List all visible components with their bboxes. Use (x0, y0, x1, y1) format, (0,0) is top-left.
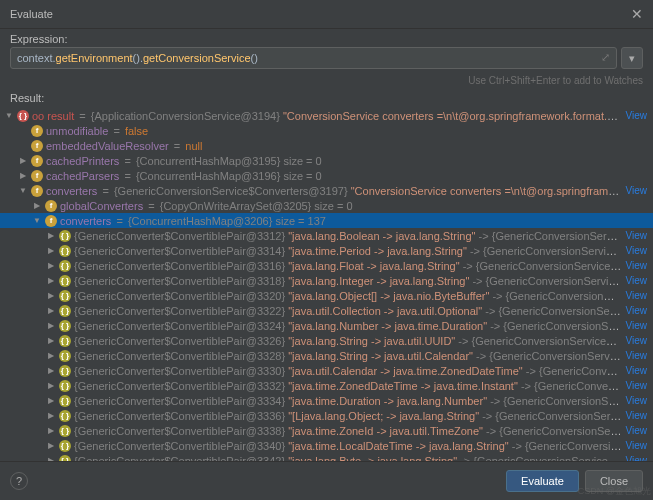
node-icon: { } (59, 350, 71, 362)
expression-label: Expression: (0, 29, 653, 47)
tree-row[interactable]: { }{GenericConverter$ConvertiblePair@331… (0, 228, 653, 243)
view-link[interactable]: View (626, 230, 648, 241)
evaluate-button[interactable]: Evaluate (506, 470, 579, 492)
view-link[interactable]: View (626, 320, 648, 331)
view-link[interactable]: View (626, 305, 648, 316)
tree-row[interactable]: { }{GenericConverter$ConvertiblePair@331… (0, 258, 653, 273)
view-link[interactable]: View (626, 185, 648, 196)
result-tree[interactable]: { }oo result = {ApplicationConversionSer… (0, 106, 653, 461)
expand-arrow-icon[interactable] (46, 411, 56, 420)
expand-arrow-icon[interactable] (4, 111, 14, 120)
expand-arrow-icon[interactable] (46, 381, 56, 390)
view-link[interactable]: View (626, 425, 648, 436)
watermark: CSDN @金色旭光 (578, 485, 651, 498)
tree-row[interactable]: fcachedPrinters = {ConcurrentHashMap@319… (0, 153, 653, 168)
view-link[interactable]: View (626, 290, 648, 301)
expand-arrow-icon[interactable] (46, 351, 56, 360)
tree-row[interactable]: fembeddedValueResolver = null (0, 138, 653, 153)
expand-arrow-icon[interactable] (46, 426, 56, 435)
tree-row[interactable]: fcachedParsers = {ConcurrentHashMap@3196… (0, 168, 653, 183)
expand-arrow-icon[interactable] (18, 171, 28, 180)
tree-row[interactable]: { }{GenericConverter$ConvertiblePair@331… (0, 243, 653, 258)
view-link[interactable]: View (626, 365, 648, 376)
node-content: {GenericConverter$ConvertiblePair@3312} … (74, 230, 622, 242)
expand-arrow-icon[interactable] (46, 291, 56, 300)
node-icon: { } (59, 410, 71, 422)
tree-row[interactable]: { }{GenericConverter$ConvertiblePair@332… (0, 333, 653, 348)
expand-arrow-icon[interactable] (46, 306, 56, 315)
close-icon[interactable]: ✕ (631, 6, 643, 22)
tree-row[interactable]: { }{GenericConverter$ConvertiblePair@332… (0, 288, 653, 303)
expand-arrow-icon[interactable] (46, 336, 56, 345)
expand-arrow-icon[interactable] (46, 246, 56, 255)
node-content: unmodifiable = false (46, 125, 647, 137)
node-content: embeddedValueResolver = null (46, 140, 647, 152)
node-content: {GenericConverter$ConvertiblePair@3340} … (74, 440, 622, 452)
history-dropdown-button[interactable]: ▾ (621, 47, 643, 69)
view-link[interactable]: View (626, 380, 648, 391)
titlebar: Evaluate ✕ (0, 0, 653, 29)
node-icon: f (45, 200, 57, 212)
tree-row[interactable]: { }{GenericConverter$ConvertiblePair@333… (0, 378, 653, 393)
expand-arrow-icon[interactable] (32, 216, 42, 225)
expand-arrow-icon[interactable] (46, 276, 56, 285)
expand-arrow-icon[interactable] (18, 186, 28, 195)
node-icon: { } (59, 335, 71, 347)
expand-arrow-icon[interactable] (46, 366, 56, 375)
tree-row[interactable]: { }{GenericConverter$ConvertiblePair@332… (0, 348, 653, 363)
tree-row[interactable]: fconverters = {GenericConversionService$… (0, 183, 653, 198)
expand-arrow-icon[interactable] (46, 261, 56, 270)
node-content: oo result = {ApplicationConversionServic… (32, 110, 622, 122)
view-link[interactable]: View (626, 110, 648, 121)
view-link[interactable]: View (626, 395, 648, 406)
tree-row[interactable]: { }{GenericConverter$ConvertiblePair@332… (0, 303, 653, 318)
node-icon: { } (59, 440, 71, 452)
node-icon: { } (59, 425, 71, 437)
node-content: {GenericConverter$ConvertiblePair@3320} … (74, 290, 622, 302)
tree-row[interactable]: { }{GenericConverter$ConvertiblePair@331… (0, 273, 653, 288)
tree-row[interactable]: { }{GenericConverter$ConvertiblePair@332… (0, 318, 653, 333)
tree-row[interactable]: { }{GenericConverter$ConvertiblePair@333… (0, 408, 653, 423)
node-content: {GenericConverter$ConvertiblePair@3336} … (74, 410, 622, 422)
node-content: {GenericConverter$ConvertiblePair@3330} … (74, 365, 622, 377)
tree-row[interactable]: { }oo result = {ApplicationConversionSer… (0, 108, 653, 123)
tree-row[interactable]: fglobalConverters = {CopyOnWriteArraySet… (0, 198, 653, 213)
tree-row[interactable]: { }{GenericConverter$ConvertiblePair@333… (0, 423, 653, 438)
node-content: {GenericConverter$ConvertiblePair@3324} … (74, 320, 622, 332)
expand-arrow-icon[interactable] (46, 321, 56, 330)
node-icon: { } (59, 365, 71, 377)
view-link[interactable]: View (626, 260, 648, 271)
view-link[interactable]: View (626, 335, 648, 346)
expand-arrow-icon[interactable] (46, 441, 56, 450)
expand-arrow-icon[interactable] (46, 396, 56, 405)
tree-row[interactable]: { }{GenericConverter$ConvertiblePair@333… (0, 393, 653, 408)
view-link[interactable]: View (626, 275, 648, 286)
expand-arrow-icon[interactable] (46, 231, 56, 240)
tree-row[interactable]: { }{GenericConverter$ConvertiblePair@334… (0, 438, 653, 453)
node-icon: { } (59, 245, 71, 257)
node-icon: f (31, 155, 43, 167)
view-link[interactable]: View (626, 440, 648, 451)
node-content: globalConverters = {CopyOnWriteArraySet@… (60, 200, 647, 212)
view-link[interactable]: View (626, 245, 648, 256)
node-content: converters = {ConcurrentHashMap@3206} si… (60, 215, 647, 227)
tree-row[interactable]: { }{GenericConverter$ConvertiblePair@333… (0, 363, 653, 378)
node-content: {GenericConverter$ConvertiblePair@3334} … (74, 395, 622, 407)
node-icon: { } (17, 110, 29, 122)
node-icon: { } (59, 380, 71, 392)
node-icon: f (45, 215, 57, 227)
tree-row[interactable]: { }{GenericConverter$ConvertiblePair@334… (0, 453, 653, 461)
expand-arrow-icon[interactable] (18, 156, 28, 165)
view-link[interactable]: View (626, 350, 648, 361)
expand-expression-icon[interactable]: ⤢ (601, 51, 610, 64)
node-content: {GenericConverter$ConvertiblePair@3332} … (74, 380, 622, 392)
expression-input[interactable]: context.getEnvironment().getConversionSe… (10, 47, 617, 69)
dialog-title: Evaluate (10, 8, 53, 20)
node-content: {GenericConverter$ConvertiblePair@3316} … (74, 260, 622, 272)
tree-row[interactable]: fconverters = {ConcurrentHashMap@3206} s… (0, 213, 653, 228)
help-button[interactable]: ? (10, 472, 28, 490)
view-link[interactable]: View (626, 410, 648, 421)
node-icon: { } (59, 305, 71, 317)
expand-arrow-icon[interactable] (32, 201, 42, 210)
tree-row[interactable]: funmodifiable = false (0, 123, 653, 138)
